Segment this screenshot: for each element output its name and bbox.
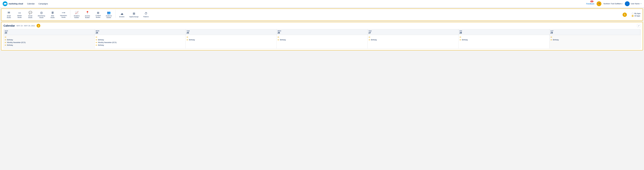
list-item[interactable]: ✉ <box>368 36 457 38</box>
email-icon: ✉ <box>96 44 97 46</box>
calendar-nav-link[interactable]: Calendar <box>27 3 35 5</box>
nav-right: Feedback 42 🦔 Northern Trail Outfitters … <box>586 1 641 6</box>
app-item-analytics-builder[interactable]: 📈 AnalyticsBuilder <box>72 10 82 19</box>
appexchange-icon: ⊞ <box>133 12 135 15</box>
apps-filter-area: 1 My Apps All Apps <box>622 12 640 17</box>
email-icon: ✉ <box>278 39 279 41</box>
email-icon: ✉ <box>5 41 6 44</box>
social-studio-label: SocialStudio <box>28 15 32 18</box>
calendar-grid: SUN 23 MON 24 TUE 25 WED 26 THU 27 FRI 2… <box>4 29 640 49</box>
einstein-icon: ☁ <box>120 12 123 15</box>
list-item[interactable]: ✉ Monthly Newsletter (ECS) <box>96 41 184 44</box>
appexchange-label: AppExchange <box>130 16 139 18</box>
all-apps-radio[interactable]: All Apps <box>632 15 640 17</box>
app-item-einstein[interactable]: ☁ Einstein <box>116 10 127 19</box>
wed-header: WED 26 <box>276 29 368 35</box>
app-item-email-studio[interactable]: ✉ EmailStudio <box>4 10 14 19</box>
list-item[interactable]: ✉ <box>5 36 93 38</box>
my-apps-label: My Apps <box>634 12 640 14</box>
list-item[interactable]: ✉ Birthday <box>5 44 93 46</box>
email-icon: ✉ <box>5 39 6 41</box>
web-studio-icon: 🖥 <box>51 11 54 14</box>
email-icon: ✉ <box>186 39 188 41</box>
cal-day-mon: ✉ ✉ Birthday ✉ Monthly Newsletter (ECS) … <box>94 35 186 48</box>
logo-area[interactable]: marketing cloud <box>3 1 23 6</box>
app-item-content-builder[interactable]: ▤ ContentBuilder <box>93 10 104 19</box>
mon-header: MON 24 <box>94 29 186 35</box>
email-icon: ✉ <box>5 36 6 38</box>
thu-header: THU 27 <box>368 29 458 35</box>
app-items: ✉ EmailStudio ▭ MobileStudio 💬 SocialStu… <box>4 10 622 19</box>
mobile-studio-label: MobileStudio <box>18 15 22 18</box>
calendar-header: Calendar MAY 23 - MAY 29, 2021 2 ⤢ <box>4 24 640 27</box>
audience-builder-icon: 👥 <box>107 11 111 14</box>
app-item-interaction-studio[interactable]: ⟿ InteractionStudio <box>58 10 69 19</box>
sat-header: SAT 29 <box>550 29 640 35</box>
cal-day-thu: ✉ ✉ Birthday <box>368 35 458 48</box>
list-item[interactable]: ✉ <box>96 36 184 38</box>
app-item-journey-builder[interactable]: 📍 JourneyBuilder <box>82 10 93 19</box>
email-icon: ✉ <box>5 44 6 46</box>
trailhead-button[interactable]: 42 🦔 <box>596 1 602 6</box>
app-item-social-studio[interactable]: 💬 SocialStudio <box>25 10 36 19</box>
audience-builder-label: AudienceBuilder <box>106 15 112 18</box>
apps-filter: My Apps All Apps <box>632 12 640 17</box>
email-icon: ✉ <box>550 39 552 41</box>
list-item[interactable]: ✉ <box>550 36 639 38</box>
list-item[interactable]: ✉ <box>186 36 275 38</box>
product-name: marketing cloud <box>8 3 23 5</box>
social-studio-icon: 💬 <box>28 11 32 14</box>
email-icon: ✉ <box>460 36 461 38</box>
email-icon: ✉ <box>460 39 461 41</box>
email-icon: ✉ <box>96 41 97 44</box>
app-item-advertising-studio[interactable]: ◎ AdvertisingStudio <box>36 10 47 19</box>
email-icon: ✉ <box>550 36 552 38</box>
email-icon: ✉ <box>186 36 188 38</box>
app-bar-wrapper: ✉ EmailStudio ▭ MobileStudio 💬 SocialStu… <box>1 8 643 21</box>
list-item[interactable]: ✉ Birthday <box>5 39 93 41</box>
list-item[interactable]: ✉ Monthly Newsletter (ECS) <box>5 41 93 44</box>
trail-badge: 42 <box>590 0 593 2</box>
email-icon: ✉ <box>278 36 279 38</box>
email-studio-label: EmailStudio <box>7 15 11 18</box>
list-item[interactable]: ✉ Birthday <box>368 39 457 41</box>
expand-button[interactable]: ⤢ <box>637 24 640 27</box>
list-item[interactable]: ✉ Birthday <box>96 44 184 46</box>
list-item[interactable]: ✉ Birthday <box>96 39 184 41</box>
app-item-mobile-studio[interactable]: ▭ MobileStudio <box>14 10 25 19</box>
org-name[interactable]: Northern Trail Outfitters ▾ <box>604 3 623 5</box>
email-icon: ✉ <box>368 39 370 41</box>
app-item-web-studio[interactable]: 🖥 WebStudio <box>47 10 58 19</box>
list-item[interactable]: ✉ Birthday <box>460 39 548 41</box>
interaction-studio-icon: ⟿ <box>62 11 65 14</box>
app-item-platform[interactable]: ⏱ Platform <box>141 10 151 19</box>
list-item[interactable]: ✉ <box>278 36 366 38</box>
campaigns-nav-link[interactable]: Campaigns <box>38 3 48 5</box>
app-divider-2 <box>115 10 116 18</box>
content-builder-icon: ▤ <box>97 11 99 14</box>
app-item-audience-builder[interactable]: 👥 AudienceBuilder <box>104 10 114 19</box>
my-apps-radio[interactable]: My Apps <box>632 12 640 14</box>
my-apps-badge: 1 <box>622 12 627 17</box>
list-item[interactable]: ✉ Birthday <box>278 39 366 41</box>
feedback-link[interactable]: Feedback <box>586 3 594 5</box>
journey-builder-label: JourneyBuilder <box>85 15 90 18</box>
calendar-date-range: MAY 23 - MAY 29, 2021 <box>16 25 35 27</box>
list-item[interactable]: ✉ <box>460 36 548 38</box>
platform-label: Platform <box>143 16 149 18</box>
cal-day-sun: ✉ ✉ Birthday ✉ Monthly Newsletter (ECS) … <box>4 35 94 48</box>
app-item-appexchange[interactable]: ⊞ AppExchange <box>127 10 141 19</box>
calendar-badge: 2 <box>36 24 40 27</box>
user-area[interactable]: 👤 User Name ▾ <box>625 1 641 6</box>
cal-day-fri: ✉ ✉ Birthday <box>458 35 550 48</box>
email-icon: ✉ <box>96 39 97 41</box>
journey-builder-icon: 📍 <box>86 11 89 14</box>
list-item[interactable]: ✉ Birthday <box>550 39 639 41</box>
list-item[interactable]: ✉ Birthday <box>186 39 275 41</box>
salesforce-logo <box>3 1 8 6</box>
advertising-studio-icon: ◎ <box>40 11 43 14</box>
user-chevron: ▾ <box>641 3 641 4</box>
all-apps-label: All Apps <box>634 15 640 17</box>
all-apps-radio-circle <box>632 15 634 17</box>
email-icon: ✉ <box>368 36 370 38</box>
